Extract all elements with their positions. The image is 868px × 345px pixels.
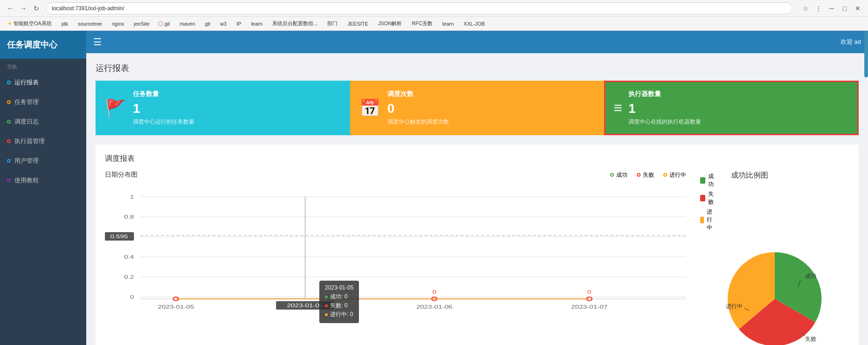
sidebar: 任务调度中心 导航 运行报表 任务管理 调度日志 执行器管理 用户管理 使用教程 <box>0 31 86 345</box>
bookmark-w3[interactable]: w3 <box>216 20 229 28</box>
sidebar-dot-logs <box>7 120 11 124</box>
bookmark-star-button[interactable]: ☆ <box>800 3 811 14</box>
schedule-section-title: 调度报表 <box>105 154 849 164</box>
pie-legend-box-running <box>700 217 704 223</box>
tasks-desc: 调度中心运行的任务数量 <box>133 118 341 126</box>
pie-legend-box-fail <box>700 195 705 201</box>
pie-chart-title: 成功比例图 <box>726 171 773 180</box>
schedules-desc: 调度中心触发的调度次数 <box>387 118 595 126</box>
bookmark-learn2[interactable]: learn <box>438 20 456 28</box>
svg-text:2023-01-05: 2023-01-05 <box>287 303 324 308</box>
bookmark-ip[interactable]: IP <box>232 20 244 28</box>
svg-text:2023-01-06: 2023-01-06 <box>416 304 453 310</box>
legend-running: 进行中 <box>663 171 686 179</box>
line-chart-container: 1 0.8 0.6 0.4 0.2 0 <box>105 187 686 318</box>
close-button[interactable]: ✕ <box>852 3 863 14</box>
git-icon: ⬡ <box>158 20 163 27</box>
sidebar-dot-report <box>7 81 11 84</box>
bookmark-git1[interactable]: ⬡ git <box>155 19 173 28</box>
line-chart-svg: 1 0.8 0.6 0.4 0.2 0 <box>105 187 686 318</box>
sidebar-dot-users <box>7 159 11 163</box>
legend-dot-running <box>663 173 667 177</box>
svg-text:0: 0 <box>432 289 436 295</box>
svg-text:2023-01-05: 2023-01-05 <box>158 304 194 310</box>
bookmark-jsonparser[interactable]: JSON解析 <box>374 19 405 28</box>
pie-legend-box-success <box>700 177 705 184</box>
chart-right: 成功 失败 进行中 <box>700 171 849 345</box>
browser-actions: ☆ ⋮ ─ □ ✕ <box>800 3 863 14</box>
schedules-value: 0 <box>387 101 595 116</box>
bookmark-sourcetree[interactable]: sourcetree <box>74 20 105 28</box>
bookmark-oa[interactable]: ★ 智能航空OA系统 <box>5 19 55 28</box>
back-button[interactable]: ← <box>5 3 16 14</box>
welcome-text: 欢迎 ad <box>840 38 861 46</box>
pie-legend: 成功 失败 进行中 <box>700 171 717 234</box>
tasks-label: 任务数量 <box>133 90 341 98</box>
stat-card-schedules: 📅 调度次数 0 调度中心触发的调度次数 <box>350 81 605 135</box>
bookmark-git2[interactable]: git <box>201 20 214 28</box>
svg-text:0: 0 <box>130 294 134 300</box>
pie-legend-success: 成功 <box>700 172 717 188</box>
pie-legend-fail: 失败 <box>700 190 717 206</box>
right-scrollbar[interactable] <box>864 31 868 77</box>
content-area: 运行报表 🚩 任务数量 1 调度中心运行的任务数量 📅 <box>86 53 868 345</box>
schedule-section: 调度报表 日期分布图 成功 <box>96 145 859 345</box>
app-container: 任务调度中心 导航 运行报表 任务管理 调度日志 执行器管理 用户管理 使用教程 <box>0 31 868 345</box>
svg-text:1: 1 <box>130 194 134 200</box>
chart-left: 日期分布图 成功 失败 <box>105 171 686 345</box>
bookmark-xxljob[interactable]: XXL-JOB <box>459 20 488 28</box>
bookmark-learn1[interactable]: learn <box>247 20 265 28</box>
bookmark-nginx[interactable]: nginx <box>108 20 127 28</box>
top-bar: ☰ 欢迎 ad <box>86 31 868 53</box>
bookmark-jeesite[interactable]: jeeSite <box>130 20 152 28</box>
svg-text:0.595: 0.595 <box>110 234 128 239</box>
forward-button[interactable]: → <box>18 3 29 14</box>
chart-legend: 成功 失败 进行中 <box>610 171 686 179</box>
bookmarks-bar: ★ 智能航空OA系统 jdk sourcetree nginx jeeSite … <box>0 17 868 31</box>
executors-value: 1 <box>628 101 849 116</box>
bookmark-jdk[interactable]: jdk <box>57 20 71 28</box>
tasks-value: 1 <box>133 101 341 116</box>
browser-bar: ← → ↻ ☆ ⋮ ─ □ ✕ <box>0 0 868 17</box>
sidebar-item-tasks[interactable]: 任务管理 <box>0 92 86 112</box>
legend-success: 成功 <box>610 171 627 179</box>
more-button[interactable]: ⋮ <box>813 3 824 14</box>
bookmark-jeesite2[interactable]: JEESITE <box>343 20 371 28</box>
chart-title-left: 日期分布图 <box>105 171 138 179</box>
executors-label: 执行器数量 <box>628 90 849 98</box>
bookmark-sysconfig[interactable]: 系统后台配置数组... <box>268 19 320 28</box>
address-bar[interactable] <box>46 2 792 14</box>
bookmark-rfc[interactable]: RFC丢数 <box>407 19 435 28</box>
legend-dot-success <box>610 173 614 177</box>
tasks-icon: 🚩 <box>105 98 126 118</box>
sidebar-title: 任务调度中心 <box>0 31 86 59</box>
executors-desc: 调度中心在线的执行机器数量 <box>628 118 849 126</box>
sidebar-item-users[interactable]: 用户管理 <box>0 151 86 171</box>
maximize-button[interactable]: □ <box>839 3 850 14</box>
svg-text:0.4: 0.4 <box>124 254 134 260</box>
sidebar-item-tutorial[interactable]: 使用教程 <box>0 171 86 190</box>
hamburger-icon[interactable]: ☰ <box>93 36 102 48</box>
sidebar-nav-label: 导航 <box>0 59 86 73</box>
reload-button[interactable]: ↻ <box>31 3 42 14</box>
executors-icon: ≡ <box>613 99 621 117</box>
schedules-icon: 📅 <box>359 98 380 118</box>
sidebar-dot-tutorial <box>7 179 11 182</box>
bookmark-dept[interactable]: 部门 <box>323 19 340 28</box>
sidebar-dot-executors <box>7 139 11 143</box>
svg-text:0.2: 0.2 <box>124 274 134 280</box>
svg-text:失败: 失败 <box>805 336 816 342</box>
svg-text:0.8: 0.8 <box>124 214 134 220</box>
sidebar-dot-tasks <box>7 100 11 104</box>
svg-text:0: 0 <box>587 289 591 295</box>
sidebar-item-logs[interactable]: 调度日志 <box>0 112 86 131</box>
minimize-button[interactable]: ─ <box>826 3 837 14</box>
sidebar-item-report[interactable]: 运行报表 <box>0 73 86 92</box>
bookmark-maven[interactable]: maven <box>176 20 198 28</box>
svg-text:进行中: 进行中 <box>726 303 743 310</box>
sidebar-item-executors[interactable]: 执行器管理 <box>0 131 86 151</box>
legend-dot-fail <box>637 173 641 177</box>
page-title: 运行报表 <box>96 62 859 74</box>
star-icon: ★ <box>7 21 12 27</box>
stat-card-executors: ≡ 执行器数量 1 调度中心在线的执行机器数量 <box>604 81 859 135</box>
